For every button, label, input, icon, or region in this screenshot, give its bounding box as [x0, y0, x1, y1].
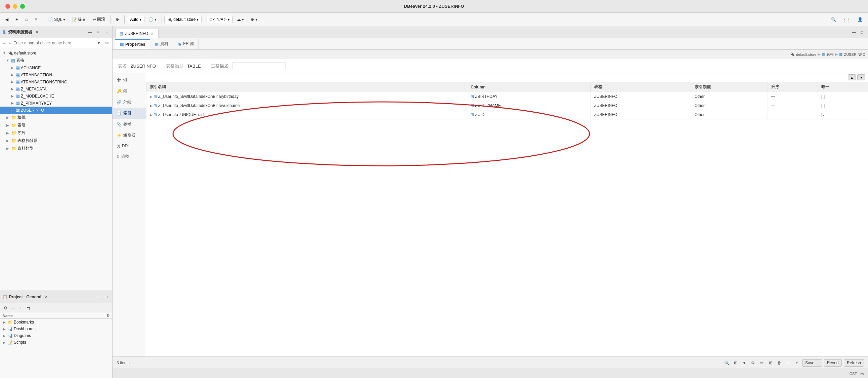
auto-dropdown[interactable]: Auto ▾: [127, 16, 145, 23]
col-header-name: 索引名稱: [147, 82, 467, 92]
tab-er[interactable]: ◉ ER 圖: [173, 39, 199, 49]
project-link-btn[interactable]: ⇆: [25, 305, 32, 312]
prop-item-ref[interactable]: 📎 參考: [113, 119, 146, 130]
expand-icon-1: ▶: [150, 95, 153, 98]
prop-item-trigger[interactable]: ⚡ 觸發器: [113, 130, 146, 141]
cloud-button[interactable]: ☁ ▾: [234, 16, 247, 23]
tab-properties[interactable]: ▦ Properties: [115, 39, 150, 49]
submit-button[interactable]: 📝 提交: [69, 16, 89, 23]
tree-item-datatypes[interactable]: ▶ 📁 資料類型: [0, 145, 112, 152]
search-input[interactable]: [13, 41, 94, 46]
views-icon: 📁: [11, 115, 17, 120]
search-tools-button[interactable]: ⚙ ▾: [248, 16, 260, 23]
collapse-button[interactable]: —: [87, 29, 93, 36]
tree-item-sequences[interactable]: ▶ 📁 序列: [0, 129, 112, 137]
edit-btn[interactable]: ✏: [758, 359, 765, 366]
settings-results-btn[interactable]: ⚙: [750, 359, 756, 366]
tree-item-indexes[interactable]: ▶ 📁 索引: [0, 121, 112, 129]
project-remove-btn[interactable]: —: [10, 305, 17, 312]
table-row[interactable]: ▶ ⊞ Z_UserInfo_SwiftDataIndexOnBinarybir…: [147, 92, 868, 101]
profile-button[interactable]: 👤: [855, 16, 865, 23]
project-item-dashboards[interactable]: ▶ 📊 Dashboards: [0, 325, 112, 332]
tree-item-zprimarykey[interactable]: ▶ ▦ Z_PRIMARYKEY: [0, 99, 112, 107]
forward-button[interactable]: ✦: [12, 16, 21, 23]
row2-name: ▶ ⊞ Z_UserInfo_SwiftDataIndexOnBinaryuid…: [147, 101, 467, 110]
tab-restore-btn[interactable]: □: [859, 29, 865, 36]
tree-item-atransactionstring[interactable]: ▶ ▦ ATRANSACTIONSTRING: [0, 78, 112, 85]
row3-column: ⊞ ZUID: [467, 110, 591, 119]
tw-label: tw: [860, 372, 864, 376]
project-item-scripts[interactable]: ▶ 📝 Scripts: [0, 339, 112, 346]
prop-item-col[interactable]: ➕ 列: [113, 74, 146, 85]
refresh-button[interactable]: Refresh: [844, 359, 864, 367]
link-results-btn[interactable]: ⊞: [767, 359, 774, 366]
scroll-down-btn[interactable]: ▼: [857, 74, 865, 80]
nav-back-icon: ←: [2, 41, 6, 46]
rollback-button[interactable]: ↩ 回滾: [90, 16, 108, 23]
filter-results-btn[interactable]: ⊞: [732, 359, 739, 366]
minus-btn[interactable]: —: [785, 359, 792, 366]
save-button[interactable]: Save ...: [802, 359, 822, 367]
tree-item-achange[interactable]: ▶ ▦ ACHANGE: [0, 64, 112, 71]
default-store-dropdown[interactable]: 🔌 default.store ▾: [164, 16, 202, 23]
table-wrapper: 索引名稱 Column 表格 索引類型 升序 唯一: [146, 82, 868, 356]
main-toolbar: ◀ ✦ ⌂ ✕ 📄 SQL ▾ 📝 提交 ↩ 回滾 ⚙ Auto ▾ 🕐 ▾ 🔌…: [0, 13, 868, 26]
back-button[interactable]: ◀: [3, 16, 11, 23]
sql-button[interactable]: 📄 SQL ▾: [45, 16, 68, 23]
home-button[interactable]: ⌂: [23, 16, 30, 23]
tab-data[interactable]: ▦ 資料: [150, 39, 173, 49]
breadcrumb-store-icon: 🔌: [790, 52, 795, 57]
prop-item-index[interactable]: 📑 索引: [113, 108, 146, 119]
status-bar-2: CST tw: [113, 369, 868, 378]
filter-btn[interactable]: ▼: [741, 359, 748, 366]
tree-item-views[interactable]: ▶ 📁 檢視: [0, 114, 112, 121]
scroll-up-btn[interactable]: ▲: [848, 74, 856, 80]
maximize-button[interactable]: [20, 4, 25, 9]
prop-item-virtual[interactable]: ⚙ 虛擬: [113, 151, 146, 162]
tab-close-button[interactable]: ✕: [150, 32, 154, 36]
close-button[interactable]: [5, 4, 10, 9]
tree-item-triggers[interactable]: ▶ 📁 表格觸發器: [0, 137, 112, 145]
project-toolbar: ⚙ — + ⇆: [0, 303, 112, 313]
breadcrumb-bar: 🔌 default.store ▶ ▦ 表格 ▶ ▦ ZUSERINFO: [113, 50, 868, 59]
submit-icon: 📝: [72, 17, 77, 22]
project-settings-btn[interactable]: ⚙: [2, 305, 9, 312]
delete-btn[interactable]: 🗑: [776, 359, 783, 366]
tab-minimize-btn[interactable]: —: [850, 29, 857, 36]
settings-button[interactable]: ⚙: [113, 16, 122, 23]
global-search-button[interactable]: 🔍: [828, 16, 839, 23]
link-button[interactable]: ⇆: [95, 29, 101, 36]
plus-btn[interactable]: +: [794, 359, 800, 366]
prop-item-fk[interactable]: 🔗 外鍵: [113, 96, 146, 108]
tree-item-tables[interactable]: ▼ ▦ 表格: [0, 57, 112, 64]
zuserinfo-tab[interactable]: ▦ ZUSERINFO ✕: [115, 29, 159, 38]
more-button[interactable]: ⋮: [103, 29, 110, 36]
db-nav-close-button[interactable]: ✕: [34, 30, 40, 35]
project-close-button[interactable]: ✕: [43, 294, 49, 299]
tree-item-zmetadata[interactable]: ▶ ▦ Z_METADATA: [0, 85, 112, 92]
project-add-btn[interactable]: +: [18, 305, 24, 312]
table-row[interactable]: ▶ ⊞ Z_UserInfo_SwiftDataIndexOnBinaryuid…: [147, 101, 868, 110]
filter-icon[interactable]: ▼: [95, 40, 102, 47]
prop-item-ddl[interactable]: ⟨/⟩ DDL: [113, 141, 146, 151]
project-actions: — □: [95, 294, 110, 300]
minimize-button[interactable]: [13, 4, 18, 9]
project-item-diagrams[interactable]: ▶ 📊 Diagrams: [0, 332, 112, 339]
search-results-btn[interactable]: 🔍: [723, 359, 730, 366]
comment-input[interactable]: [232, 63, 286, 69]
menu-button[interactable]: ⋮⋮: [840, 16, 854, 23]
stop-button[interactable]: ✕: [32, 16, 40, 23]
table-row[interactable]: ▶ ⊞ Z_UserInfo_UNIQUE_uid ⊞ ZUID ZUSERIN…: [147, 110, 868, 119]
project-item-bookmarks[interactable]: ▶ 📁 Bookmarks: [0, 319, 112, 325]
project-minimize-btn[interactable]: —: [95, 294, 101, 300]
tree-item-atransaction[interactable]: ▶ ▦ ATRANSACTION: [0, 71, 112, 78]
clock-button[interactable]: 🕐 ▾: [146, 16, 159, 23]
project-maximize-btn[interactable]: □: [103, 294, 110, 300]
tree-item-zmodelcache[interactable]: ▶ ▦ Z_MODELCACHE: [0, 92, 112, 99]
na-dropdown[interactable]: □ < N/A > ▾: [207, 16, 232, 23]
tree-item-zuserinfo[interactable]: ▶ ▦ ZUSERINFO: [0, 107, 112, 114]
prop-item-key[interactable]: 🔑 鍵: [113, 85, 146, 96]
tree-item-default-store[interactable]: ▼ 🔌 default.store: [0, 50, 112, 57]
revert-button[interactable]: Revert: [824, 359, 842, 367]
filter-settings-icon[interactable]: ⚙: [103, 40, 110, 47]
